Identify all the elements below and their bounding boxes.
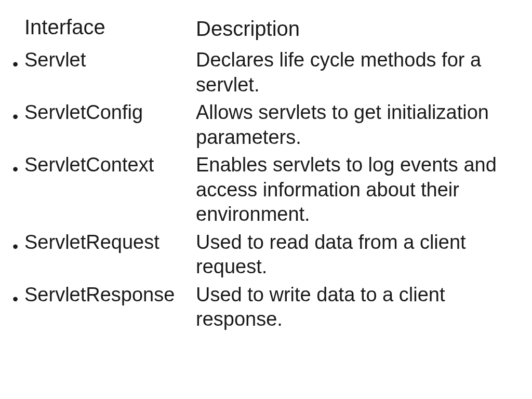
header-description: Description	[196, 16, 524, 42]
interface-description: Enables servlets to log events and acces…	[196, 153, 524, 227]
table-row: • Servlet Declares life cycle methods fo…	[6, 48, 524, 97]
bullet-icon: •	[6, 287, 24, 311]
interface-name: ServletContext	[24, 153, 154, 178]
table-row: • ServletResponse Used to write data to …	[6, 283, 524, 332]
interface-name: ServletResponse	[24, 283, 175, 308]
header-interface: Interface	[24, 16, 105, 39]
interface-name: ServletRequest	[24, 230, 159, 255]
table-header: • Interface Description	[6, 16, 524, 42]
table-row: • ServletConfig Allows servlets to get i…	[6, 100, 524, 150]
interface-name: ServletConfig	[24, 100, 143, 125]
table-row: • ServletRequest Used to read data from …	[6, 230, 524, 280]
bullet-icon: •	[6, 157, 24, 181]
interface-name: Servlet	[24, 48, 86, 73]
bullet-icon: •	[6, 235, 24, 258]
bullet-icon: •	[6, 52, 24, 76]
table-row: • ServletContext Enables servlets to log…	[6, 153, 524, 227]
interface-description: Used to read data from a client request.	[196, 230, 524, 280]
interface-description: Declares life cycle methods for a servle…	[196, 48, 524, 97]
interface-description: Allows servlets to get initialization pa…	[196, 100, 524, 150]
interface-description: Used to write data to a client response.	[196, 283, 524, 332]
bullet-icon: •	[6, 105, 24, 128]
